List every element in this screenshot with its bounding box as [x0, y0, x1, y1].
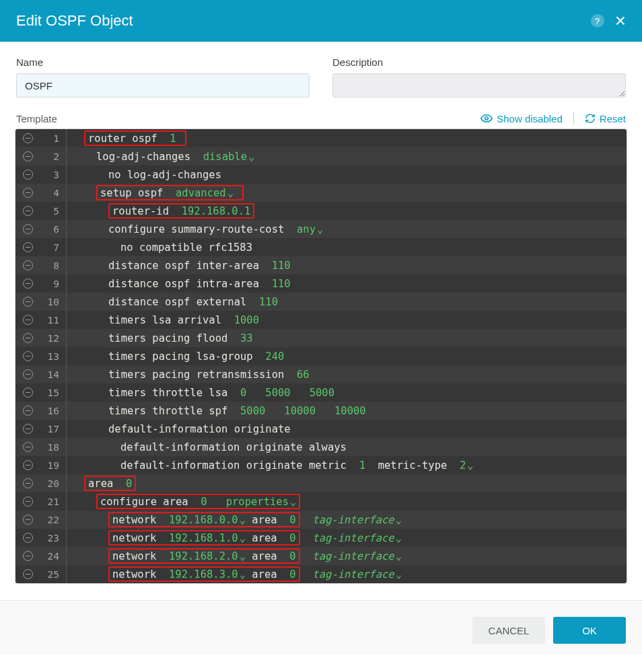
- collapse-icon[interactable]: [15, 170, 40, 180]
- editor-line[interactable]: 11 timers lsa arrival 1000: [15, 311, 627, 329]
- editor-line[interactable]: 19 default-information originate metric …: [15, 456, 627, 474]
- name-input[interactable]: [16, 73, 310, 98]
- editor-line[interactable]: 17 default-information originate: [15, 420, 627, 438]
- chevron-down-icon[interactable]: ⌄: [240, 550, 246, 562]
- editor-line[interactable]: 15 timers throttle lsa 0 5000 5000: [15, 383, 627, 402]
- code-value[interactable]: 1: [170, 133, 176, 145]
- collapse-icon[interactable]: [15, 224, 40, 234]
- collapse-icon[interactable]: [15, 478, 40, 488]
- collapse-icon[interactable]: [15, 188, 40, 198]
- code-value[interactable]: 0: [289, 550, 295, 562]
- collapse-icon[interactable]: [15, 206, 40, 216]
- collapse-icon[interactable]: [15, 442, 40, 452]
- chevron-down-icon[interactable]: ⌄: [396, 514, 402, 526]
- collapse-icon[interactable]: [15, 406, 40, 416]
- editor-line[interactable]: 20 area 0: [15, 474, 627, 492]
- description-input[interactable]: [332, 73, 626, 98]
- collapse-icon[interactable]: [15, 151, 40, 161]
- editor-line[interactable]: 5 router-id 192.168.0.1: [15, 202, 627, 220]
- reset-link[interactable]: Reset: [585, 113, 626, 124]
- editor-line[interactable]: 18 default-information originate always: [15, 438, 627, 456]
- editor-line[interactable]: 6 configure summary-route-cost any⌄: [15, 220, 627, 238]
- collapse-icon[interactable]: [15, 297, 40, 307]
- code-value[interactable]: 5000: [265, 387, 290, 399]
- code-value[interactable]: 10000: [284, 405, 316, 417]
- chevron-down-icon[interactable]: ⌄: [467, 459, 473, 472]
- code-value[interactable]: 192.168.1.0: [169, 532, 238, 544]
- code-value[interactable]: 110: [272, 260, 291, 272]
- tag-interface-label[interactable]: tag-interface: [312, 568, 394, 581]
- collapse-icon[interactable]: [15, 424, 40, 434]
- code-value[interactable]: 33: [240, 332, 253, 344]
- editor-line[interactable]: 2 log-adj-changes disable⌄: [15, 147, 627, 165]
- editor-line[interactable]: 9 distance ospf intra-area 110: [15, 274, 627, 293]
- editor-line[interactable]: 23 network 192.168.1.0⌄ area 0 tag-inter…: [15, 529, 627, 547]
- collapse-icon[interactable]: [15, 515, 40, 525]
- code-value[interactable]: 0: [289, 514, 295, 526]
- code-value[interactable]: 192.168.3.0: [169, 568, 238, 581]
- tag-interface-label[interactable]: tag-interface: [312, 514, 394, 526]
- collapse-icon[interactable]: [15, 260, 40, 270]
- editor-line[interactable]: 21 configure area 0 properties⌄: [15, 492, 627, 511]
- code-value[interactable]: 0: [240, 387, 246, 399]
- code-value[interactable]: 192.168.2.0: [169, 550, 238, 562]
- code-value[interactable]: 110: [259, 296, 278, 308]
- cancel-button[interactable]: CANCEL: [472, 617, 545, 644]
- ok-button[interactable]: OK: [553, 617, 626, 644]
- code-value[interactable]: 1: [359, 459, 365, 472]
- chevron-down-icon[interactable]: ⌄: [290, 496, 296, 508]
- code-value[interactable]: 240: [265, 350, 284, 363]
- editor-line[interactable]: 14 timers pacing retransmission 66: [15, 365, 627, 383]
- chevron-down-icon[interactable]: ⌄: [396, 568, 402, 581]
- editor-line[interactable]: 22 network 192.168.0.0⌄ area 0 tag-inter…: [15, 511, 627, 529]
- editor-line[interactable]: 24 network 192.168.2.0⌄ area 0 tag-inter…: [15, 547, 627, 565]
- collapse-icon[interactable]: [15, 551, 40, 561]
- collapse-icon[interactable]: [15, 460, 40, 470]
- editor-line[interactable]: 13 timers pacing lsa-group 240: [15, 347, 627, 365]
- code-value[interactable]: 0: [201, 496, 207, 508]
- help-icon[interactable]: ?: [591, 14, 604, 28]
- chevron-down-icon[interactable]: ⌄: [240, 532, 246, 544]
- chevron-down-icon[interactable]: ⌄: [240, 568, 246, 581]
- code-value[interactable]: 192.168.0.0: [169, 514, 238, 526]
- code-value[interactable]: 10000: [334, 405, 366, 417]
- tag-interface-label[interactable]: tag-interface: [312, 532, 394, 544]
- collapse-icon[interactable]: [15, 387, 40, 398]
- code-value[interactable]: any: [297, 223, 316, 235]
- collapse-icon[interactable]: [15, 278, 40, 289]
- chevron-down-icon[interactable]: ⌄: [240, 514, 246, 526]
- editor-line[interactable]: 25 network 192.168.3.0⌄ area 0 tag-inter…: [15, 565, 627, 583]
- editor-line[interactable]: 10 distance ospf external 110: [15, 293, 627, 311]
- collapse-icon[interactable]: [15, 333, 40, 343]
- show-disabled-link[interactable]: Show disabled: [480, 112, 563, 124]
- chevron-down-icon[interactable]: ⌄: [248, 151, 254, 163]
- code-value[interactable]: 1000: [234, 314, 259, 326]
- code-value[interactable]: 5000: [240, 405, 265, 417]
- chevron-down-icon[interactable]: ⌄: [317, 223, 323, 235]
- tag-interface-label[interactable]: tag-interface: [312, 550, 394, 562]
- editor-line[interactable]: 16 timers throttle spf 5000 10000 10000: [15, 402, 627, 420]
- code-value[interactable]: 0: [126, 478, 132, 490]
- collapse-icon[interactable]: [15, 369, 40, 379]
- code-value[interactable]: 0: [289, 532, 295, 544]
- collapse-icon[interactable]: [15, 351, 40, 361]
- code-value[interactable]: 0: [289, 568, 295, 581]
- editor-line[interactable]: 8 distance ospf inter-area 110: [15, 256, 627, 274]
- editor-line[interactable]: 7 no compatible rfc1583: [15, 238, 627, 256]
- collapse-icon[interactable]: [15, 569, 40, 579]
- collapse-icon[interactable]: [15, 315, 40, 325]
- code-value[interactable]: 2: [460, 459, 466, 472]
- editor-line[interactable]: 4 setup ospf advanced⌄: [15, 184, 627, 202]
- collapse-icon[interactable]: [15, 133, 40, 143]
- editor-line[interactable]: 12 timers pacing flood 33: [15, 329, 627, 347]
- collapse-icon[interactable]: [15, 242, 40, 252]
- code-value[interactable]: 110: [272, 278, 291, 290]
- chevron-down-icon[interactable]: ⌄: [396, 532, 402, 544]
- code-value[interactable]: advanced: [176, 187, 226, 199]
- collapse-icon[interactable]: [15, 496, 40, 507]
- code-value[interactable]: 66: [297, 369, 310, 381]
- collapse-icon[interactable]: [15, 533, 40, 543]
- editor-line[interactable]: 1 router ospf 1: [15, 129, 627, 147]
- chevron-down-icon[interactable]: ⌄: [227, 187, 234, 199]
- chevron-down-icon[interactable]: ⌄: [396, 550, 402, 562]
